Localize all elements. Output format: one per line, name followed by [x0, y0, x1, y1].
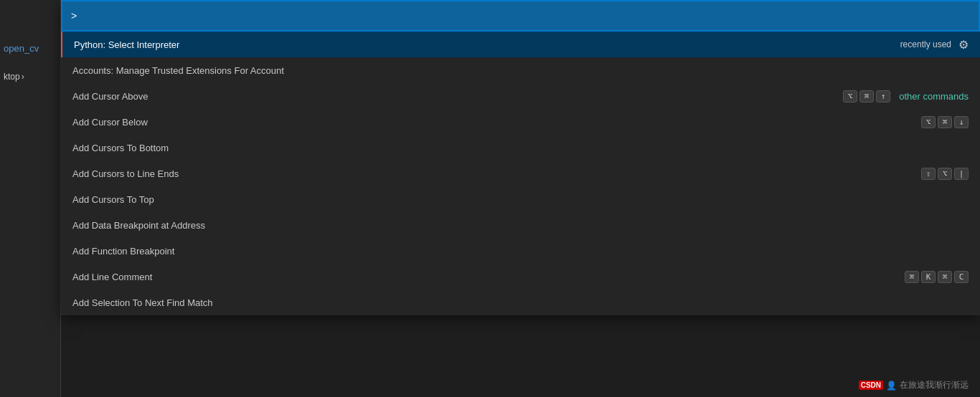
recently-used-label: recently used [900, 39, 951, 49]
kbd-key: ⌘ [859, 90, 874, 102]
results-list: Python: Select Interpreter recently used… [61, 32, 980, 315]
item-label: Add Selection To Next Find Match [72, 297, 969, 308]
item-right: ⌘ K ⌘ C [905, 271, 969, 283]
kbd-key: ⌘ [938, 116, 952, 128]
item-right: ⌥ ⌘ ↑ other commands [843, 90, 969, 102]
list-item[interactable]: Add Line Comment ⌘ K ⌘ C [61, 264, 980, 290]
kbd-key: C [954, 271, 969, 283]
list-item[interactable]: Add Data Breakpoint at Address [61, 212, 980, 238]
list-item[interactable]: Add Cursors to Line Ends ⇧ ⌥ | [61, 161, 980, 186]
item-label: Add Data Breakpoint at Address [72, 220, 969, 231]
list-item[interactable]: Accounts: Manage Trusted Extensions For … [61, 57, 980, 83]
list-item[interactable]: Add Cursor Above ⌥ ⌘ ↑ other commands [61, 83, 980, 109]
editor-left-edge: open_cv ktop › [0, 0, 61, 397]
command-palette: > Python: Select Interpreter recently us… [61, 0, 980, 315]
shortcut-group: ⇧ ⌥ | [921, 168, 969, 180]
item-label: Add Cursors To Bottom [72, 143, 969, 153]
item-label: Add Function Breakpoint [72, 246, 969, 257]
item-label: Add Cursor Below [72, 117, 921, 128]
list-item[interactable]: Add Selection To Next Find Match [61, 290, 980, 315]
kbd-key: ↓ [954, 116, 969, 128]
shortcut-group: ⌥ ⌘ ↓ [921, 116, 969, 128]
item-label: Accounts: Manage Trusted Extensions For … [72, 65, 969, 76]
kbd-key: ⌘ [905, 271, 919, 283]
watermark-icon: 👤 [886, 381, 897, 391]
watermark-text: 在旅途我渐行渐远 [900, 379, 969, 391]
shortcut-group: ⌘ K ⌘ C [905, 271, 969, 283]
kbd-key: ⌥ [843, 90, 857, 102]
item-right: ⇧ ⌥ | [921, 168, 969, 180]
list-item[interactable]: Add Cursor Below ⌥ ⌘ ↓ [61, 109, 980, 135]
breadcrumb-label: ktop [4, 72, 20, 82]
kbd-key: ⌘ [938, 271, 952, 283]
kbd-key: ⌥ [938, 168, 952, 180]
item-label: Python: Select Interpreter [74, 39, 900, 50]
list-item[interactable]: Add Cursors To Top [61, 186, 980, 212]
breadcrumb-chevron: › [22, 72, 24, 82]
other-commands-link[interactable]: other commands [899, 91, 969, 102]
editor-breadcrumb: ktop › [4, 72, 24, 82]
item-label: Add Cursors To Top [72, 194, 969, 205]
kbd-key: ⌥ [921, 116, 936, 128]
kbd-key: ⇧ [921, 168, 936, 180]
search-input[interactable] [78, 10, 970, 21]
shortcut-group: ⌥ ⌘ ↑ [843, 90, 890, 102]
list-item[interactable]: Add Function Breakpoint [61, 238, 980, 264]
search-bar[interactable]: > [61, 0, 980, 32]
list-item[interactable]: Add Cursors To Bottom [61, 135, 980, 161]
gear-icon[interactable]: ⚙ [958, 38, 969, 52]
list-item[interactable]: Python: Select Interpreter recently used… [61, 32, 980, 57]
item-label: Add Cursor Above [72, 91, 843, 102]
kbd-key: ↑ [876, 90, 890, 102]
item-right: recently used ⚙ [900, 38, 969, 52]
watermark: CSDN 👤 在旅途我渐行渐远 [859, 379, 969, 391]
kbd-key: | [954, 168, 969, 180]
watermark-brand: CSDN [859, 381, 883, 390]
item-label: Add Cursors to Line Ends [72, 168, 921, 179]
item-label: Add Line Comment [72, 272, 905, 282]
item-right: ⌥ ⌘ ↓ [921, 116, 969, 128]
editor-filename: open_cv [4, 43, 39, 54]
search-prefix: > [71, 10, 77, 21]
kbd-key: K [921, 271, 936, 283]
